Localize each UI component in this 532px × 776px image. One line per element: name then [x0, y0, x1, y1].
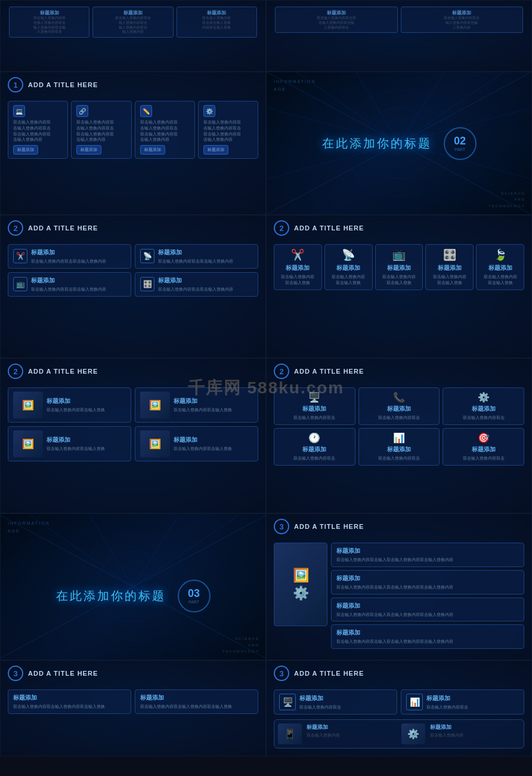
- cell-r1c2: 标题添加 双击输入替换内容双击双击输入替换内容双击输入替换内容双击 标题添加 双…: [266, 0, 532, 72]
- status-card-1[interactable]: 🖥️ 标题添加 双击输入替换内容双击: [274, 387, 355, 425]
- bottom-card-2[interactable]: 标题添加 双击输入替换内容双击输入替换内容双击输入替换: [135, 689, 258, 714]
- info-age-top-text-03: INFORMATIONAGE: [8, 520, 50, 535]
- num-badge-3b: 3: [8, 666, 23, 681]
- title-r3c1: ADD A TITLE HERE: [28, 224, 98, 232]
- num-badge-1: 1: [8, 77, 23, 93]
- cell-title-r5c2: 3 ADD A TITLE HERE: [267, 514, 531, 539]
- split-card-1[interactable]: 标题添加 双击输入替换内容双击输入双击输入替换内容双击输入替换内容: [331, 543, 524, 567]
- center-image-block: 🖼️ ⚙️: [274, 543, 327, 626]
- phone-mockup-partial: 📱 标题添加 双击输入替换内容 ⚙️ 标题添加 双击输入替换内容: [274, 719, 524, 749]
- img-card-2[interactable]: 🖼️ 标题添加 双击输入替换内容双击输入替换: [135, 387, 258, 423]
- card-1[interactable]: 💻 双击输入替换内容双击输入替换内容双击双击输入替换内容双击输入替换内容 标题添…: [8, 101, 68, 159]
- cell-r4c2: 2 ADD A TITLE HERE 🖥️ 标题添加 双击输入替换内容双击 📞 …: [266, 358, 532, 513]
- cell-title-r3c2: 2 ADD A TITLE HERE: [267, 215, 531, 241]
- info-age-content: 在此添加你的标题 02 PART: [267, 115, 531, 172]
- title-r6c2: ADD A TITLE HERE: [294, 670, 364, 677]
- img-placeholder-2: 🖼️: [140, 392, 170, 418]
- svg-line-6: [268, 36, 399, 71]
- icon-card-2[interactable]: 📡 标题添加 双击输入替换内容双击输入替换: [324, 244, 373, 290]
- cell-r1c1: 标题添加 双击输入替换内容双击输入替换内容双击输入替换内容双击输入替换内容双击 …: [0, 0, 266, 72]
- title-r4c1: ADD A TITLE HERE: [28, 368, 98, 375]
- card-icon-2x2-3: 📺: [13, 277, 27, 291]
- status-card-4[interactable]: 🕐 标题添加 双击输入替换内容双击: [274, 428, 355, 466]
- title-r4c2: ADD A TITLE HERE: [294, 368, 364, 375]
- cell-title-r4c1: 2 ADD A TITLE HERE: [1, 359, 265, 384]
- icon-card-icon-5: 🍃: [481, 248, 519, 261]
- science-text-02: SCIENCEANDTECHNOLOGY: [488, 190, 525, 210]
- thumb-3: 标题添加 双击输入替换内容双击双击输入替换内容双击输入替换: [177, 7, 257, 38]
- bottom-icon-1: 🖥️: [279, 694, 296, 710]
- cell-title-r6c1: 3 ADD A TITLE HERE: [1, 661, 265, 686]
- icon-card-5[interactable]: 🍃 标题添加 双击输入替换内容双击输入替换: [476, 244, 524, 290]
- split-card-3[interactable]: 标题添加 双击输入替换内容双击输入双击输入替换内容双击输入替换内容: [331, 598, 524, 622]
- card-icon-3: ✏️: [140, 105, 152, 117]
- title-r3c2: ADD A TITLE HERE: [294, 224, 364, 232]
- status-icon-1: 🖥️: [279, 392, 350, 403]
- img-placeholder-3: 🖼️: [13, 430, 43, 457]
- part-badge-03: 03 PART: [178, 580, 211, 612]
- icon-card-4[interactable]: 🎛️ 标题添加 双击输入替换内容双击输入替换: [425, 244, 474, 290]
- card-btn-3[interactable]: 标题添加: [140, 145, 165, 155]
- science-text-03: SCIENCEANDTECHNOLOGY: [222, 636, 259, 655]
- img-card-3[interactable]: 🖼️ 标题添加 双击输入替换内容双击输入替换: [8, 426, 131, 461]
- info-age-main-text: 在此添加你的标题: [322, 136, 432, 152]
- cell-r3c1: 2 ADD A TITLE HERE ✂️ 标题添加 双击输入替换内容双击双击输…: [0, 215, 266, 358]
- card-btn-1[interactable]: 标题添加: [13, 145, 38, 155]
- cell-r2c2: INFORMATIONAGE 在此添加你的标题 02 PART SCIENCEA…: [266, 72, 532, 215]
- part-number: 02: [454, 135, 466, 147]
- status-card-6[interactable]: 🎯 标题添加 双击输入替换内容双击: [443, 428, 524, 466]
- img-card-4[interactable]: 🖼️ 标题添加 双击输入替换内容双击输入替换: [135, 426, 258, 461]
- card-4[interactable]: ⚙️ 双击输入替换内容双击输入替换内容双击双击输入替换内容双击输入替换内容 标题…: [198, 101, 258, 159]
- gear-icon-bottom: ⚙️: [401, 723, 425, 744]
- main-grid: 标题添加 双击输入替换内容双击输入替换内容双击输入替换内容双击输入替换内容双击 …: [0, 0, 532, 756]
- cell-title-r6c2: 3 ADD A TITLE HERE: [267, 661, 531, 686]
- num-badge-2a: 2: [8, 220, 23, 236]
- title-text-r2c1: ADD A TITLE HERE: [28, 81, 98, 88]
- card-icon-2: 🔗: [76, 105, 88, 117]
- title-r6c1: ADD A TITLE HERE: [28, 670, 98, 677]
- info-age-top-text: INFORMATIONAGE: [274, 78, 316, 93]
- card-2x2-4[interactable]: 🎛️ 标题添加 双击输入替换内容双击双击输入替换内容: [135, 272, 258, 297]
- status-icon-3: ⚙️: [448, 392, 519, 403]
- icon-card-3[interactable]: 📺 标题添加 双击输入替换内容双击输入替换: [375, 244, 423, 290]
- thumb-1: 标题添加 双击输入替换内容双击输入替换内容双击输入替换内容双击输入替换内容双击: [9, 7, 89, 38]
- info-age-main-text-03: 在此添加你的标题: [56, 588, 166, 604]
- svg-line-33: [399, 287, 531, 358]
- icon-card-icon-1: ✂️: [279, 248, 317, 261]
- card-btn-4[interactable]: 标题添加: [203, 145, 228, 155]
- status-icon-4: 🕐: [279, 432, 350, 444]
- cell-title-r2c1: 1 ADD A TITLE HERE: [1, 72, 265, 97]
- status-card-5[interactable]: 📊 标题添加 双击输入替换内容双击: [358, 428, 440, 466]
- split-card-2[interactable]: 标题添加 双击输入替换内容双击输入双击输入替换内容双击输入替换内容: [331, 570, 524, 595]
- num-badge-2d: 2: [274, 364, 289, 379]
- split-card-4[interactable]: 标题添加 双击输入替换内容双击输入双击输入替换内容双击输入替换内容: [331, 624, 524, 649]
- card-3[interactable]: ✏️ 双击输入替换内容双击输入替换内容双击双击输入替换内容双击输入替换内容 标题…: [135, 101, 195, 159]
- bottom-icon-2: 📊: [406, 694, 423, 710]
- cell-r6c2: 3 ADD A TITLE HERE 🖥️ 标题添加 双击输入替换内容双击 📊: [266, 660, 532, 756]
- part-label-03: PART: [188, 600, 199, 604]
- status-card-3[interactable]: ⚙️ 标题添加 双击输入替换内容双击: [443, 387, 524, 425]
- status-icon-6: 🎯: [448, 432, 519, 444]
- card-icon-1: 💻: [13, 105, 25, 117]
- cell-title-r4c2: 2 ADD A TITLE HERE: [267, 359, 531, 384]
- bottom-icon-card-1[interactable]: 🖥️ 标题添加 双击输入替换内容双击: [274, 689, 397, 715]
- status-card-2[interactable]: 📞 标题添加 双击输入替换内容双击: [358, 387, 440, 425]
- card-2[interactable]: 🔗 双击输入替换内容双击输入替换内容双击双击输入替换内容双击输入替换内容 标题添…: [71, 101, 131, 159]
- part-label: PART: [454, 147, 465, 152]
- cell-r3c2: 2 ADD A TITLE HERE ✂️ 标题添加 双击输入替换内容双击输入替…: [266, 215, 532, 358]
- card-2x2-2[interactable]: 📡 标题添加 双击输入替换内容双击双击输入替换内容: [135, 244, 258, 269]
- bottom-icon-card-2[interactable]: 📊 标题添加 双击输入替换内容双击: [401, 689, 524, 715]
- thumb-2: 标题添加 双击输入替换内容双击输入替换内容双击输入替换内容双击输入替换内容: [92, 7, 173, 38]
- img-card-1[interactable]: 🖼️ 标题添加 双击输入替换内容双击输入替换: [8, 387, 131, 423]
- card-btn-2[interactable]: 标题添加: [76, 145, 101, 155]
- status-icon-5: 📊: [364, 432, 435, 444]
- info-age-content-03: 在此添加你的标题 03 PART: [1, 568, 265, 624]
- icon-card-1[interactable]: ✂️ 标题添加 双击输入替换内容双击输入替换: [274, 244, 322, 290]
- card-2x2-3[interactable]: 📺 标题添加 双击输入替换内容双击双击输入替换内容: [8, 272, 131, 297]
- num-badge-2c: 2: [8, 364, 23, 379]
- card-2x2-1[interactable]: ✂️ 标题添加 双击输入替换内容双击双击输入替换内容: [8, 244, 131, 269]
- bottom-card-1[interactable]: 标题添加 双击输入替换内容双击输入替换内容双击输入替换: [8, 689, 131, 714]
- part-badge-02: 02 PART: [444, 127, 477, 160]
- cell-r5c2: 3 ADD A TITLE HERE 🖼️ ⚙️ 标题添加 双击输入替换内容双击: [266, 513, 532, 660]
- svg-line-7: [399, 36, 530, 71]
